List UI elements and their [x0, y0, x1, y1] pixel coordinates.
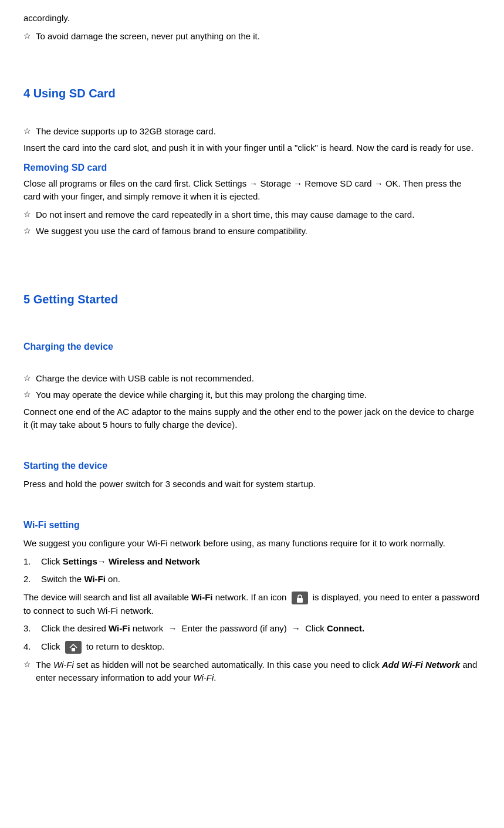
wifi-tip-end-italic: Wi-Fi: [193, 672, 214, 682]
charging-tip2-text: You may operate the device while chargin…: [36, 388, 367, 402]
section4-title: 4 Using SD Card: [23, 85, 481, 102]
home-icon-container: [65, 641, 82, 654]
section5-title: 5 Getting Started: [23, 290, 481, 308]
step1-content: Click Settings→ Wireless and Network: [41, 555, 200, 569]
removing-sd-title: Removing SD card: [23, 161, 481, 175]
step4-num: 4.: [23, 640, 41, 654]
sd-tip1: ☆ The device supports up to 32GB storage…: [23, 125, 481, 138]
step-3: 3. Click the desired Wi-Fi network → Ent…: [23, 622, 481, 636]
star-icon: ☆: [23, 30, 31, 42]
lock-svg-icon: [295, 594, 305, 603]
wifi-bold: Wi-Fi: [191, 592, 213, 602]
step-2: 2. Switch the Wi-Fi on.: [23, 573, 481, 586]
sd-tip1-text: The device supports up to 32GB storage c…: [36, 125, 216, 138]
svg-rect-0: [297, 598, 303, 603]
step1-num: 1.: [23, 555, 41, 569]
wifi-steps: 1. Click Settings→ Wireless and Network …: [23, 555, 481, 586]
wifi-tip: ☆ The Wi-Fi set as hidden will not be se…: [23, 658, 481, 685]
charging-tip1-text: Charge the device with USB cable is not …: [36, 372, 254, 386]
step4-content: Click to return to desktop.: [41, 640, 164, 654]
svg-rect-1: [72, 648, 75, 651]
sd-tip3: ☆ We suggest you use the card of famous …: [23, 225, 481, 238]
step3-wifi-bold: Wi-Fi: [109, 623, 130, 633]
sd-tip3-text: We suggest you use the card of famous br…: [36, 225, 307, 238]
screen-tip-item: ☆ To avoid damage the screen, never put …: [23, 30, 481, 43]
star-icon-3: ☆: [23, 225, 31, 237]
step2-bold: Wi-Fi: [84, 574, 106, 584]
screen-tip: To avoid damage the screen, never put an…: [36, 30, 260, 43]
wifi-title: Wi-Fi setting: [23, 518, 481, 532]
step-1: 1. Click Settings→ Wireless and Network: [23, 555, 481, 569]
step2-content: Switch the Wi-Fi on.: [41, 573, 120, 586]
sd-insert-text: Insert the card into the card slot, and …: [23, 141, 481, 155]
sd-tip2: ☆ Do not insert and remove the card repe…: [23, 208, 481, 222]
step3-connect: Connect.: [327, 623, 364, 633]
star-icon-6: ☆: [23, 658, 31, 671]
removing-text: Close all programs or files on the card …: [23, 177, 481, 204]
step3-content: Click the desired Wi-Fi network → Enter …: [41, 622, 364, 636]
removing-title-text: Removing SD card: [23, 163, 107, 173]
charging-title: Charging the device: [23, 340, 481, 354]
sd-tip2-text: Do not insert and remove the card repeat…: [36, 208, 414, 222]
starting-text: Press and hold the power switch for 3 se…: [23, 478, 481, 491]
step-4: 4. Click to return to desktop.: [23, 640, 481, 654]
section-4: 4 Using SD Card ☆ The device supports up…: [23, 85, 481, 238]
section-5: 5 Getting Started Charging the device ☆ …: [23, 290, 481, 685]
wifi-search-line: The device will search and list all avai…: [23, 591, 481, 618]
star-icon-2: ☆: [23, 208, 31, 221]
charging-tip1: ☆ Charge the device with USB cable is no…: [23, 372, 481, 386]
wifi-intro: We suggest you configure your Wi-Fi netw…: [23, 537, 481, 550]
intro-text: accordingly.: [23, 12, 481, 25]
arrow2: →: [292, 623, 300, 633]
star-icon-1: ☆: [23, 125, 31, 137]
charging-text: Connect one end of the AC adaptor to the…: [23, 405, 481, 432]
step1-bold: Settings→ Wireless and Network: [63, 556, 200, 566]
step3-num: 3.: [23, 622, 41, 636]
wifi-tip-italic: Wi-Fi: [53, 660, 74, 670]
add-wifi-network: Add Wi-Fi Network: [382, 660, 460, 670]
lock-icon-container: [292, 592, 308, 604]
step2-num: 2.: [23, 573, 41, 586]
page-content: accordingly. ☆ To avoid damage the scree…: [23, 12, 481, 685]
star-icon-4: ☆: [23, 372, 31, 384]
wifi-steps-2: 3. Click the desired Wi-Fi network → Ent…: [23, 622, 481, 654]
arrow1: →: [168, 623, 177, 633]
wifi-tip-text: The Wi-Fi set as hidden will not be sear…: [36, 658, 481, 685]
star-icon-5: ☆: [23, 388, 31, 401]
home-svg-icon: [69, 643, 78, 653]
starting-title: Starting the device: [23, 459, 481, 473]
charging-tip2: ☆ You may operate the device while charg…: [23, 388, 481, 402]
